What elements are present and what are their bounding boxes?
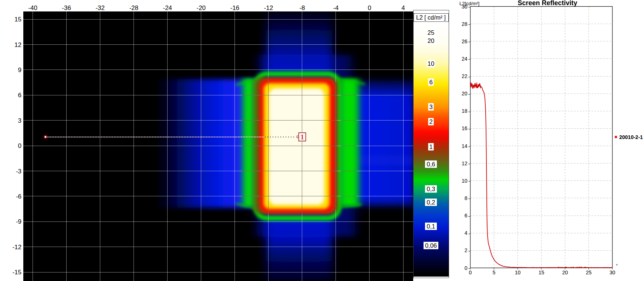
svg-text:-3: -3	[16, 168, 21, 175]
svg-text:0,3: 0,3	[427, 186, 435, 192]
svg-text:-40: -40	[28, 4, 37, 11]
svg-text:0: 0	[18, 142, 21, 149]
svg-text:6: 6	[18, 92, 21, 99]
svg-text:20010-2-1: 20010-2-1	[619, 134, 643, 140]
svg-text:4: 4	[401, 4, 405, 11]
svg-text:25: 25	[586, 270, 592, 275]
svg-text:3: 3	[429, 104, 432, 110]
svg-text:0: 0	[469, 270, 472, 275]
svg-text:25: 25	[428, 29, 434, 36]
svg-text:12: 12	[462, 160, 468, 166]
svg-text:5: 5	[493, 270, 496, 275]
svg-text:Screen Reflectivity: Screen Reflectivity	[517, 0, 577, 7]
svg-text:-28: -28	[129, 4, 138, 11]
svg-text:26: 26	[462, 38, 468, 44]
svg-text:15: 15	[539, 270, 544, 275]
svg-text:L2 [ cd/m² ]: L2 [ cd/m² ]	[416, 14, 446, 21]
svg-text:-32: -32	[95, 4, 105, 11]
svg-text:4: 4	[465, 230, 468, 236]
svg-text:0: 0	[368, 4, 371, 11]
svg-text:1: 1	[301, 133, 304, 141]
svg-text:-36: -36	[62, 4, 71, 11]
svg-text:16: 16	[462, 125, 468, 131]
svg-text:-16: -16	[230, 4, 240, 11]
svg-text:-15: -15	[12, 269, 21, 276]
svg-text:3: 3	[18, 117, 21, 124]
svg-text:-24: -24	[163, 4, 172, 11]
svg-text:10: 10	[428, 60, 434, 67]
svg-text:8: 8	[465, 195, 468, 201]
svg-text:20: 20	[562, 270, 568, 275]
svg-text:0,2: 0,2	[427, 199, 435, 206]
svg-text:15: 15	[14, 16, 21, 23]
svg-text:20: 20	[462, 91, 468, 97]
svg-text:0,6: 0,6	[427, 161, 435, 167]
svg-text:14: 14	[462, 143, 468, 149]
svg-text:-8: -8	[299, 4, 305, 11]
svg-text:L2[cd/m²]: L2[cd/m²]	[459, 1, 479, 6]
svg-text:9: 9	[18, 67, 21, 74]
svg-text:0,06: 0,06	[425, 242, 437, 249]
svg-text:2: 2	[429, 118, 432, 125]
svg-text:°: °	[616, 263, 618, 268]
svg-text:20: 20	[428, 37, 434, 44]
svg-text:30: 30	[610, 270, 616, 275]
svg-text:18: 18	[462, 108, 468, 114]
svg-text:10: 10	[515, 270, 521, 275]
svg-text:-9: -9	[16, 218, 21, 225]
svg-text:22: 22	[462, 73, 468, 79]
svg-text:12: 12	[14, 41, 21, 48]
svg-text:1: 1	[429, 143, 432, 150]
svg-text:6: 6	[429, 79, 432, 85]
svg-text:0,1: 0,1	[427, 223, 435, 230]
svg-text:-12: -12	[264, 4, 273, 11]
svg-text:10: 10	[462, 178, 468, 184]
svg-text:24: 24	[462, 56, 468, 62]
svg-text:0: 0	[465, 265, 468, 271]
svg-text:-12: -12	[12, 244, 21, 251]
svg-text:2: 2	[465, 247, 468, 253]
svg-text:-6: -6	[16, 193, 21, 200]
svg-text:6: 6	[465, 213, 468, 219]
svg-text:-4: -4	[333, 4, 338, 11]
svg-text:28: 28	[462, 21, 468, 27]
svg-text:-20: -20	[197, 4, 206, 11]
